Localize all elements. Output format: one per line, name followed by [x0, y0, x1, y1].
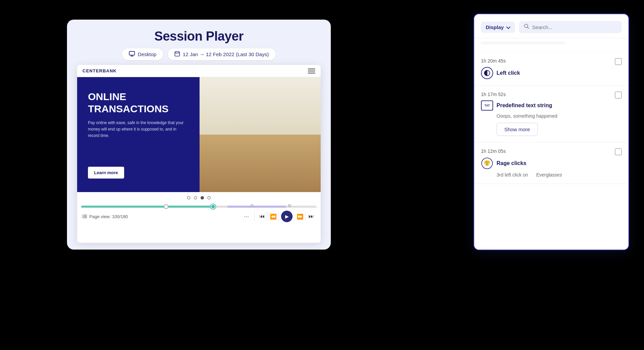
date-range-label: 12 Jan → 12 Feb 2022 (Last 30 Days) — [183, 51, 269, 57]
timeline-purple-segment — [227, 206, 286, 208]
event-item-rage-clicks: 1h 12m 05s 😤 Rage clicks 3rd left click … — [474, 142, 628, 184]
event-item-predefined-text: 1h 17m 52s TXT Predefined text string Oo… — [474, 86, 628, 142]
display-dropdown[interactable]: Display — [481, 22, 515, 33]
event-time-1: 1h 20m 45s — [481, 58, 520, 64]
event-type-row-1: Left click — [481, 67, 520, 79]
event-detail-3: 3rd left click on Everglasses — [481, 172, 615, 178]
hero-desc: Pay online with ease, safe in the knowle… — [88, 120, 189, 139]
svg-rect-0 — [129, 51, 135, 55]
rage-click-detail-left: 3rd left click on — [497, 172, 528, 178]
chevron-down-icon — [506, 24, 510, 30]
play-button[interactable]: ▶ — [281, 211, 293, 222]
browser-mockup: CENTERBANK ONLINETRANSACTIONS Pay online… — [77, 65, 321, 243]
desktop-label: Desktop — [138, 51, 156, 57]
timeline-green-segment — [81, 206, 211, 208]
event-label-3: Rage clicks — [497, 160, 526, 166]
svg-point-10 — [82, 215, 83, 215]
list-icon — [82, 214, 87, 218]
panel-header: Display — [474, 14, 628, 38]
hero-banner: ONLINETRANSACTIONS Pay online with ease,… — [77, 77, 321, 192]
skip-to-start-button[interactable]: ⏮ — [257, 212, 267, 221]
event-detail-2: Ooops, something happened — [481, 113, 615, 119]
search-input[interactable] — [532, 24, 617, 30]
monitor-icon — [129, 51, 135, 57]
svg-point-11 — [82, 216, 83, 217]
learn-more-button[interactable]: Learn more — [88, 167, 124, 179]
hamburger-icon[interactable] — [308, 69, 315, 73]
dot-1[interactable] — [187, 196, 190, 200]
hero-left: ONLINETRANSACTIONS Pay online with ease,… — [77, 77, 200, 192]
search-box[interactable] — [519, 21, 622, 33]
event-type-row-2: TXT Predefined text string — [481, 100, 615, 111]
left-click-icon — [481, 67, 493, 79]
display-label: Display — [486, 24, 504, 30]
controls-row: Desktop 12 Jan → 12 Feb 2022 (Last 30 Da… — [122, 48, 275, 60]
session-player-card: Session Player Desktop 12 Ja — [67, 20, 331, 250]
rage-click-detail-right: Everglasses — [536, 172, 562, 178]
event-type-row-3: 😤 Rage clicks — [481, 157, 615, 169]
hero-title: ONLINETRANSACTIONS — [88, 91, 189, 115]
player-buttons: ··· ⏮ ⏪ ▶ ⏩ ⏭ — [241, 211, 316, 222]
event-checkbox-1[interactable] — [615, 58, 622, 65]
calendar-icon — [175, 51, 180, 57]
rewind-button[interactable]: ⏪ — [268, 212, 279, 221]
skip-to-end-button[interactable]: ⏭ — [306, 212, 316, 221]
svg-point-12 — [82, 217, 83, 218]
panel-body: 1h 20m 45s Left click — [474, 38, 628, 250]
event-label-1: Left click — [497, 70, 520, 76]
fast-forward-button[interactable]: ⏩ — [295, 212, 306, 221]
page-view-label: Page view: 100/180 — [82, 214, 128, 219]
dot-2[interactable] — [194, 196, 197, 200]
timeline-dot-1 — [164, 204, 168, 209]
event-label-2: Predefined text string — [497, 102, 552, 109]
txt-icon: TXT — [481, 100, 493, 111]
event-panel: Display 1h 20m — [474, 14, 629, 250]
event-time-3: 1h 12m 05s — [481, 148, 615, 154]
rage-clicks-icon: 😤 — [481, 157, 493, 169]
event-checkbox-3[interactable] — [615, 148, 622, 155]
svg-rect-3 — [175, 52, 180, 56]
svg-line-14 — [528, 27, 529, 29]
carousel-dots — [77, 192, 321, 204]
svg-text:😤: 😤 — [484, 160, 490, 166]
player-controls: Page view: 100/180 ··· ⏮ ⏪ ▶ ⏩ ⏭ — [77, 208, 321, 225]
timeline-dot-4 — [288, 204, 291, 207]
brand-name: CENTERBANK — [83, 68, 117, 73]
dot-4[interactable] — [207, 196, 211, 200]
search-icon — [524, 24, 529, 30]
dot-3[interactable] — [201, 196, 204, 200]
browser-toolbar: CENTERBANK — [77, 65, 321, 77]
event-time-2: 1h 17m 52s — [481, 92, 615, 97]
date-range-button[interactable]: 12 Jan → 12 Feb 2022 (Last 30 Days) — [168, 48, 275, 60]
video-timeline — [77, 204, 321, 208]
desktop-button[interactable]: Desktop — [122, 48, 163, 60]
page-view-text: Page view: 100/180 — [89, 214, 128, 219]
page-title: Session Player — [154, 29, 243, 44]
timeline-bar[interactable] — [81, 206, 317, 208]
timeline-dot-current[interactable] — [211, 204, 215, 209]
hero-image — [200, 77, 321, 192]
event-item-left-click: 1h 20m 45s Left click — [474, 52, 628, 86]
event-checkbox-2[interactable] — [615, 92, 622, 98]
more-options-button[interactable]: ··· — [241, 213, 252, 220]
partial-event-item — [474, 38, 628, 52]
show-more-button[interactable]: Show more — [497, 123, 538, 136]
